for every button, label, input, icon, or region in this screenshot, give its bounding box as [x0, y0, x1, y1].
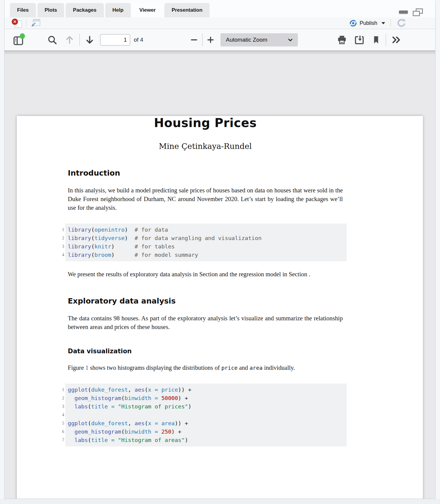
code-line: 1library(openintro) # for data	[68, 226, 347, 234]
text-segment: individually.	[262, 364, 295, 371]
toolbar-divider	[386, 34, 386, 46]
text-segment: Figure	[68, 364, 85, 371]
code-line: 2library(tidyverse) # for data wrangling…	[68, 234, 347, 242]
pdf-page-content: Housing Prices Mine Çetinkaya-Rundel Int…	[17, 116, 423, 464]
zoom-in-icon[interactable]	[206, 35, 215, 44]
pdf-page: Housing Prices Mine Çetinkaya-Rundel Int…	[17, 116, 423, 499]
close-viewer-icon[interactable]: ✕	[12, 19, 22, 28]
tab-plots[interactable]: Plots	[37, 3, 64, 17]
refresh-icon[interactable]	[396, 18, 406, 28]
line-number: 2	[58, 234, 64, 242]
tab-files[interactable]: Files	[10, 3, 36, 17]
line-number: 6	[58, 428, 64, 436]
publish-caret-icon	[382, 22, 385, 24]
document-flow: IntroductionIn this analysis, we build a…	[68, 169, 343, 446]
text-segment: shows two histograms displaying the dist…	[88, 364, 221, 371]
line-number: 3	[58, 242, 64, 251]
toolbar-divider	[26, 19, 26, 27]
line-number: 4	[58, 251, 64, 259]
minimize-icon[interactable]	[399, 10, 408, 14]
maximize-icon[interactable]	[413, 8, 423, 16]
page-up-icon[interactable]	[64, 35, 75, 45]
toolbar-divider	[391, 19, 391, 27]
figure-link[interactable]: 1	[85, 364, 88, 371]
tab-presentation[interactable]: Presentation	[164, 3, 210, 17]
zoom-label: Automatic Zoom	[226, 37, 287, 43]
code-line: 2 geom_histogram(binwidth = 50000) +	[68, 394, 347, 402]
code-block: 1library(openintro) # for data2library(t…	[65, 224, 347, 261]
inline-code: price	[221, 365, 238, 371]
line-number: 3	[58, 402, 64, 411]
text-segment: The data contains 98 houses. As part of …	[68, 315, 343, 330]
zoom-caret-icon	[287, 37, 294, 43]
zoom-select[interactable]: Automatic Zoom	[220, 33, 298, 46]
document-title: Housing Prices	[68, 116, 343, 130]
code-line: 1ggplot(duke_forest, aes(x = price)) +	[68, 386, 347, 394]
code-line: 5ggplot(duke_forest, aes(x = area)) +	[68, 419, 347, 428]
code-line: 3 labs(title = "Histogram of prices")	[68, 402, 347, 411]
text-segment: and	[238, 364, 250, 371]
section-heading: Introduction	[68, 169, 343, 177]
line-number: 1	[58, 386, 64, 394]
code-line: 3library(knitr) # for tables	[68, 242, 347, 251]
code-line: 7 labs(title = "Histogram of areas")	[68, 436, 347, 444]
page-number-input[interactable]	[100, 34, 130, 46]
zoom-out-icon[interactable]	[190, 35, 199, 44]
section-heading: Data visualization	[68, 348, 343, 355]
publish-label: Publish	[360, 20, 377, 26]
code-line: 6 geom_histogram(binwidth = 250) +	[68, 428, 347, 436]
line-number: 5	[58, 419, 64, 428]
line-number: 7	[58, 436, 64, 444]
tab-packages[interactable]: Packages	[66, 3, 103, 17]
bookmark-icon[interactable]	[371, 35, 381, 45]
paragraph: Figure 1 shows two histograms displaying…	[68, 363, 343, 372]
publish-icon	[349, 19, 357, 27]
line-number: 4	[58, 411, 64, 419]
more-tools-icon[interactable]	[391, 34, 402, 45]
search-icon[interactable]	[47, 35, 57, 45]
code-line: 4	[68, 411, 347, 419]
toolbar-divider	[79, 34, 80, 46]
line-number: 2	[58, 394, 64, 402]
sidebar-toggle-icon[interactable]	[13, 34, 24, 46]
code-line: 4library(broom) # for model summary	[68, 251, 347, 259]
page-count-label: of 4	[134, 37, 143, 43]
inline-code: area	[250, 365, 262, 371]
window-left-edge	[0, 0, 4, 499]
code-block: 1ggplot(duke_forest, aes(x = price)) +2 …	[65, 384, 347, 446]
publish-button[interactable]: Publish	[349, 19, 385, 27]
text-segment: In this analysis, we build a model predi…	[68, 187, 343, 211]
viewer-pane: Files Plots Packages Help Viewer Present…	[4, 0, 436, 499]
tab-help[interactable]: Help	[105, 3, 131, 17]
pdf-viewer-area[interactable]: Housing Prices Mine Çetinkaya-Rundel Int…	[4, 51, 435, 499]
download-icon[interactable]	[354, 34, 365, 45]
viewer-scrollbar-track[interactable]	[436, 0, 440, 499]
print-icon[interactable]	[337, 34, 347, 45]
pane-tabbar: Files Plots Packages Help Viewer Present…	[4, 0, 435, 17]
viewer-toolbar: ✕ Publish	[4, 17, 435, 29]
tab-viewer[interactable]: Viewer	[132, 3, 163, 17]
pane-window-controls	[399, 8, 423, 16]
paragraph: In this analysis, we build a model predi…	[68, 186, 343, 212]
viewer-status-dot	[20, 33, 25, 39]
document-author: Mine Çetinkaya-Rundel	[68, 142, 343, 151]
popout-icon[interactable]	[31, 19, 40, 27]
line-number: 1	[58, 226, 64, 234]
window-bottom-strip	[0, 499, 440, 504]
section-heading: Exploratory data analysis	[68, 297, 343, 305]
paragraph: We present the results of exploratory da…	[68, 270, 343, 279]
pdf-toolbar: of 4 Automatic Zoom	[4, 29, 435, 51]
text-segment: We present the results of exploratory da…	[68, 271, 310, 277]
page-down-icon[interactable]	[85, 35, 95, 45]
toolbar-divider	[202, 34, 202, 46]
paragraph: The data contains 98 houses. As part of …	[68, 314, 343, 331]
